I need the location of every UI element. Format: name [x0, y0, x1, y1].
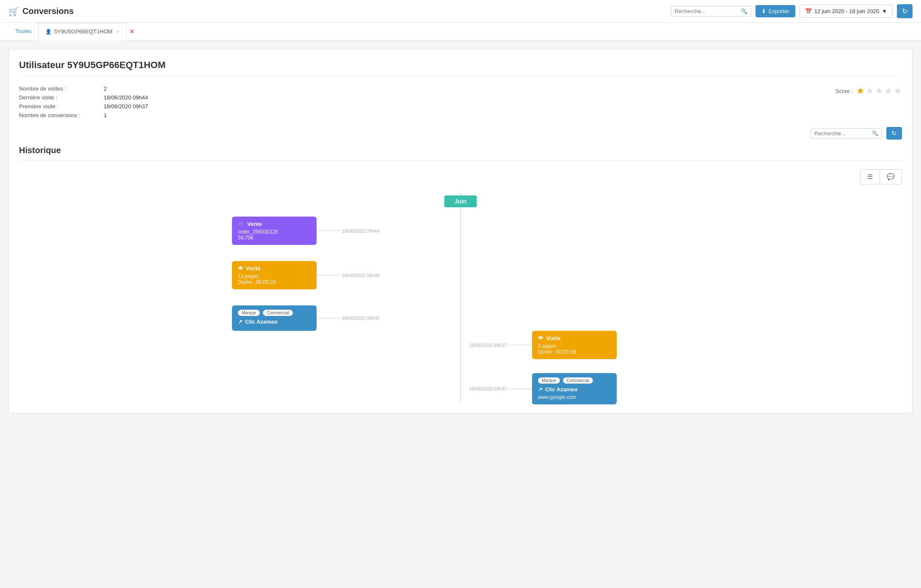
badge-commercial-2: Commercial — [563, 377, 593, 384]
vente-timestamp: 18/06/2020 09h44 — [342, 228, 380, 234]
timeline-item-visite1: 👁 Visite 11 pages Durée : 00:05:20 18/06… — [232, 261, 380, 289]
clic2-timestamp: 18/06/2020 09h37 — [469, 386, 507, 391]
refresh-button[interactable]: ↻ — [897, 4, 913, 18]
eye-icon-1: 👁 — [238, 265, 243, 272]
visite1-duration: Durée : 00:05:20 — [238, 279, 311, 285]
historique-search-box[interactable]: 🔍 — [811, 128, 882, 139]
cart-icon: 🛒 — [8, 6, 19, 16]
app-title-section: 🛒 Conversions — [8, 6, 74, 16]
premiere-visite-value: 18/06/2020 09h37 — [104, 103, 148, 110]
user-info-grid: Nombre de visites : 2 Dernière visite : … — [19, 85, 902, 118]
connector-visite1 — [317, 275, 342, 275]
user-info-right: Score : ★ ★ ★ ★ ★ — [460, 85, 902, 118]
nb-visites-label: Nombre de visites : — [19, 85, 104, 92]
stars: ★ ★ ★ ★ ★ — [856, 85, 902, 96]
visite1-card[interactable]: 👁 Visite 11 pages Durée : 00:05:20 — [232, 261, 317, 289]
user-icon: 👤 — [45, 29, 52, 35]
connector-visite2 — [507, 345, 532, 345]
badge-commercial-1: Commercial — [263, 310, 293, 316]
historique-search-input[interactable] — [814, 130, 869, 137]
top-bar: 🛒 Conversions 🔍 ⬇ Exporter 📅 12 juin 202… — [0, 0, 921, 23]
badge-marque-2: Marque — [538, 377, 560, 384]
visite2-card[interactable]: 👁 Visite 3 pages Durée : 00:00:39 — [532, 331, 617, 359]
export-button[interactable]: ⬇ Exporter — [756, 5, 795, 17]
tab-all[interactable]: Toutes — [8, 23, 38, 40]
star-4: ★ — [884, 85, 893, 96]
main-content: Utilisateur 5Y9U5GP66EQT1HOM Nombre de v… — [8, 49, 913, 413]
chevron-down-icon: ▼ — [882, 8, 887, 14]
star-2: ★ — [866, 85, 874, 96]
timeline-month-label: Juin — [444, 195, 477, 207]
historique-refresh-button[interactable]: ↻ — [886, 127, 902, 140]
vente-title: 🛒 Vente — [238, 221, 311, 227]
visite2-duration: Durée : 00:00:39 — [538, 349, 611, 355]
timeline-item-visite2: 18/06/2020 09h37 👁 Visite 3 pages Durée … — [469, 331, 617, 359]
tab-close-icon[interactable]: × — [117, 29, 119, 34]
user-title: Utilisateur 5Y9U5GP66EQT1HOM — [19, 60, 902, 77]
link-icon-2: ↗ — [538, 386, 543, 393]
derniere-visite-value: 18/06/2020 09h44 — [104, 94, 148, 101]
eye-icon-2: 👁 — [538, 335, 543, 341]
calendar-icon: 📅 — [805, 8, 812, 14]
tab-remove-button[interactable]: ✕ — [127, 28, 137, 35]
star-1: ★ — [856, 85, 865, 96]
vente-order: order_256030128 — [238, 229, 311, 235]
search-box[interactable]: 🔍 — [671, 6, 751, 16]
derniere-visite-label: Dernière visite : — [19, 94, 104, 101]
comment-view-button[interactable]: 💬 — [880, 170, 902, 184]
nb-conversions-value: 1 — [104, 112, 107, 118]
clic1-title: ↗ Clic Azameo — [238, 319, 311, 325]
connector-clic2 — [507, 389, 532, 389]
timeline-line — [460, 191, 461, 403]
top-bar-actions: 🔍 ⬇ Exporter 📅 12 juin 2020 - 18 juin 20… — [671, 4, 913, 18]
download-icon: ⬇ — [761, 8, 766, 14]
badge-marque-1: Marque — [238, 310, 260, 316]
date-range-button[interactable]: 📅 12 juin 2020 - 18 juin 2020 ▼ — [800, 5, 893, 18]
timeline-item-clic2: 18/06/2020 09h37 Marque Commercial ↗ Cli… — [469, 373, 617, 404]
vente-amount: 59,70€ — [238, 235, 311, 241]
cart-icon-card: 🛒 — [238, 221, 245, 227]
tabs-bar: Toutes 👤 5Y9U5GP66EQT1HOM × ✕ — [0, 23, 921, 41]
nb-conversions-row: Nombre de conversions : 1 — [19, 112, 460, 118]
clic2-badges: Marque Commercial — [538, 377, 611, 384]
score-section: Score : ★ ★ ★ ★ ★ — [836, 85, 902, 96]
timeline-item-vente: 🛒 Vente order_256030128 59,70€ 18/06/202… — [232, 217, 380, 245]
clic1-timestamp: 18/06/2020 09h39 — [342, 316, 380, 321]
clic2-card[interactable]: Marque Commercial ↗ Clic Azameo www.goog… — [532, 373, 617, 404]
user-info-left: Nombre de visites : 2 Dernière visite : … — [19, 85, 460, 118]
nb-visites-value: 2 — [104, 85, 107, 92]
search-icon: 🔍 — [741, 8, 747, 14]
clic2-url: www.google.com — [538, 394, 611, 400]
tab-user[interactable]: 👤 5Y9U5GP66EQT1HOM × — [38, 23, 127, 41]
historique-title: Historique — [19, 146, 902, 161]
nb-visites-row: Nombre de visites : 2 — [19, 85, 460, 92]
visite1-timestamp: 18/06/2020 09h39 — [342, 273, 380, 278]
historique-search-area: 🔍 ↻ — [19, 127, 902, 140]
star-5: ★ — [893, 85, 902, 96]
nb-conversions-label: Nombre de conversions : — [19, 112, 104, 118]
historique-search-icon: 🔍 — [872, 130, 878, 136]
score-label: Score : — [836, 88, 853, 94]
search-input[interactable] — [675, 8, 738, 14]
derniere-visite-row: Dernière visite : 18/06/2020 09h44 — [19, 94, 460, 101]
premiere-visite-label: Première visite : — [19, 103, 104, 110]
visite2-pages: 3 pages — [538, 343, 611, 349]
visite2-timestamp: 18/06/2020 09h37 — [469, 343, 507, 348]
timeline-item-clic1: Marque Commercial ↗ Clic Azameo 18/06/20… — [232, 305, 380, 331]
clic2-title: ↗ Clic Azameo — [538, 386, 611, 393]
visite1-pages: 11 pages — [238, 273, 311, 279]
link-icon-1: ↗ — [238, 319, 243, 325]
visite2-title: 👁 Visite — [538, 335, 611, 341]
list-view-button[interactable]: ☰ — [860, 170, 880, 184]
vente-card[interactable]: 🛒 Vente order_256030128 59,70€ — [232, 217, 317, 245]
clic1-badges: Marque Commercial — [238, 310, 311, 316]
visite1-title: 👁 Visite — [238, 265, 311, 272]
clic1-card[interactable]: Marque Commercial ↗ Clic Azameo — [232, 305, 317, 331]
timeline-view-toggle: ☰ 💬 — [860, 169, 902, 184]
app-title: Conversions — [22, 6, 74, 16]
connector-clic1 — [317, 318, 342, 319]
timeline-container: Juin 🛒 Vente order_256030128 59,70€ 18/0… — [19, 191, 902, 403]
premiere-visite-row: Première visite : 18/06/2020 09h37 — [19, 103, 460, 110]
connector-vente — [317, 231, 342, 231]
star-3: ★ — [875, 85, 883, 96]
